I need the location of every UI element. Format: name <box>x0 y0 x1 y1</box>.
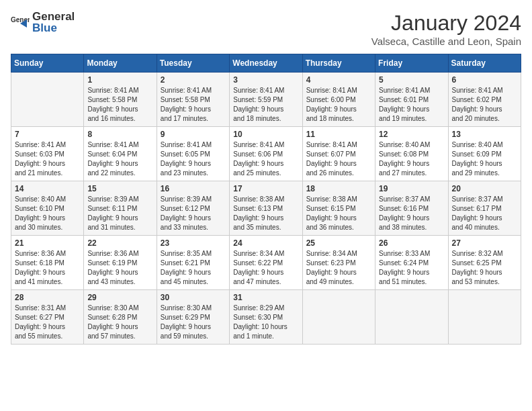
day-number: 9 <box>161 130 226 139</box>
day-number: 23 <box>161 238 226 248</box>
calendar-cell: 2Sunrise: 8:41 AM Sunset: 5:58 PM Daylig… <box>157 73 229 127</box>
week-row-2: 7Sunrise: 8:41 AM Sunset: 6:03 PM Daylig… <box>11 127 521 181</box>
calendar-cell: 21Sunrise: 8:36 AM Sunset: 6:18 PM Dayli… <box>11 236 84 290</box>
month-title: January 2024 <box>371 11 521 36</box>
day-number: 3 <box>233 75 298 85</box>
cell-content: Sunrise: 8:33 AM Sunset: 6:24 PM Dayligh… <box>379 249 444 287</box>
cell-content: Sunrise: 8:30 AM Sunset: 6:29 PM Dayligh… <box>161 304 226 341</box>
week-row-5: 28Sunrise: 8:31 AM Sunset: 6:27 PM Dayli… <box>11 290 521 345</box>
calendar-cell: 11Sunrise: 8:41 AM Sunset: 6:07 PM Dayli… <box>302 127 375 181</box>
day-number: 30 <box>161 293 226 302</box>
calendar-cell: 30Sunrise: 8:30 AM Sunset: 6:29 PM Dayli… <box>157 290 229 345</box>
cell-content: Sunrise: 8:41 AM Sunset: 6:00 PM Dayligh… <box>306 86 371 124</box>
header-row: SundayMondayTuesdayWednesdayThursdayFrid… <box>11 54 521 73</box>
day-number: 1 <box>87 75 152 85</box>
cell-content: Sunrise: 8:40 AM Sunset: 6:09 PM Dayligh… <box>452 140 517 178</box>
calendar-table: SundayMondayTuesdayWednesdayThursdayFrid… <box>11 54 521 345</box>
cell-content: Sunrise: 8:37 AM Sunset: 6:17 PM Dayligh… <box>452 195 517 232</box>
cell-content: Sunrise: 8:41 AM Sunset: 5:58 PM Dayligh… <box>161 86 226 124</box>
calendar-cell: 7Sunrise: 8:41 AM Sunset: 6:03 PM Daylig… <box>11 127 84 181</box>
cell-content: Sunrise: 8:41 AM Sunset: 5:58 PM Dayligh… <box>87 86 152 124</box>
cell-content: Sunrise: 8:41 AM Sunset: 6:03 PM Dayligh… <box>15 140 80 178</box>
calendar-cell: 4Sunrise: 8:41 AM Sunset: 6:00 PM Daylig… <box>302 73 375 127</box>
calendar-cell: 27Sunrise: 8:32 AM Sunset: 6:25 PM Dayli… <box>448 236 521 290</box>
day-number: 15 <box>87 184 152 193</box>
calendar-cell <box>375 290 448 345</box>
day-number: 25 <box>306 238 371 248</box>
cell-content: Sunrise: 8:40 AM Sunset: 6:08 PM Dayligh… <box>379 140 444 178</box>
calendar-cell <box>448 290 521 345</box>
cell-content: Sunrise: 8:29 AM Sunset: 6:30 PM Dayligh… <box>233 304 298 341</box>
day-number: 20 <box>452 184 517 193</box>
location-subtitle: Valseca, Castille and Leon, Spain <box>371 36 521 47</box>
calendar-cell: 22Sunrise: 8:36 AM Sunset: 6:19 PM Dayli… <box>84 236 157 290</box>
cell-content: Sunrise: 8:38 AM Sunset: 6:15 PM Dayligh… <box>306 195 371 232</box>
cell-content: Sunrise: 8:41 AM Sunset: 6:05 PM Dayligh… <box>161 140 226 178</box>
header-cell-saturday: Saturday <box>448 54 521 73</box>
cell-content: Sunrise: 8:36 AM Sunset: 6:19 PM Dayligh… <box>87 249 152 287</box>
day-number: 29 <box>87 293 152 302</box>
day-number: 16 <box>161 184 226 193</box>
calendar-cell: 8Sunrise: 8:41 AM Sunset: 6:04 PM Daylig… <box>84 127 157 181</box>
cell-content: Sunrise: 8:34 AM Sunset: 6:23 PM Dayligh… <box>306 249 371 287</box>
calendar-cell: 12Sunrise: 8:40 AM Sunset: 6:08 PM Dayli… <box>375 127 448 181</box>
week-row-1: 1Sunrise: 8:41 AM Sunset: 5:58 PM Daylig… <box>11 73 521 127</box>
calendar-cell: 31Sunrise: 8:29 AM Sunset: 6:30 PM Dayli… <box>230 290 302 345</box>
cell-content: Sunrise: 8:41 AM Sunset: 6:04 PM Dayligh… <box>87 140 152 178</box>
day-number: 18 <box>306 184 371 193</box>
calendar-cell <box>302 290 375 345</box>
day-number: 8 <box>87 130 152 139</box>
cell-content: Sunrise: 8:31 AM Sunset: 6:27 PM Dayligh… <box>15 304 80 341</box>
cell-content: Sunrise: 8:35 AM Sunset: 6:21 PM Dayligh… <box>161 249 226 287</box>
day-number: 27 <box>452 238 517 248</box>
header-cell-thursday: Thursday <box>302 54 375 73</box>
day-number: 13 <box>452 130 517 139</box>
calendar-cell <box>11 73 84 127</box>
cell-content: Sunrise: 8:32 AM Sunset: 6:25 PM Dayligh… <box>452 249 517 287</box>
day-number: 12 <box>379 130 444 139</box>
calendar-cell: 20Sunrise: 8:37 AM Sunset: 6:17 PM Dayli… <box>448 181 521 236</box>
day-number: 14 <box>15 184 80 193</box>
cell-content: Sunrise: 8:41 AM Sunset: 6:02 PM Dayligh… <box>452 86 517 124</box>
calendar-cell: 13Sunrise: 8:40 AM Sunset: 6:09 PM Dayli… <box>448 127 521 181</box>
cell-content: Sunrise: 8:41 AM Sunset: 6:06 PM Dayligh… <box>233 140 298 178</box>
calendar-cell: 24Sunrise: 8:34 AM Sunset: 6:22 PM Dayli… <box>230 236 302 290</box>
header-cell-sunday: Sunday <box>11 54 84 73</box>
calendar-cell: 9Sunrise: 8:41 AM Sunset: 6:05 PM Daylig… <box>157 127 229 181</box>
day-number: 31 <box>233 293 298 302</box>
calendar-cell: 26Sunrise: 8:33 AM Sunset: 6:24 PM Dayli… <box>375 236 448 290</box>
calendar-cell: 17Sunrise: 8:38 AM Sunset: 6:13 PM Dayli… <box>230 181 302 236</box>
day-number: 4 <box>306 75 371 85</box>
calendar-cell: 25Sunrise: 8:34 AM Sunset: 6:23 PM Dayli… <box>302 236 375 290</box>
logo-general-text: General Blue <box>32 11 75 34</box>
calendar-cell: 5Sunrise: 8:41 AM Sunset: 6:01 PM Daylig… <box>375 73 448 127</box>
day-number: 24 <box>233 238 298 248</box>
logo-icon: General <box>11 13 30 32</box>
header-cell-monday: Monday <box>84 54 157 73</box>
calendar-cell: 19Sunrise: 8:37 AM Sunset: 6:16 PM Dayli… <box>375 181 448 236</box>
cell-content: Sunrise: 8:41 AM Sunset: 6:07 PM Dayligh… <box>306 140 371 178</box>
cell-content: Sunrise: 8:38 AM Sunset: 6:13 PM Dayligh… <box>233 195 298 232</box>
day-number: 10 <box>233 130 298 139</box>
day-number: 6 <box>452 75 517 85</box>
cell-content: Sunrise: 8:40 AM Sunset: 6:10 PM Dayligh… <box>15 195 80 232</box>
day-number: 7 <box>15 130 80 139</box>
day-number: 5 <box>379 75 444 85</box>
calendar-cell: 18Sunrise: 8:38 AM Sunset: 6:15 PM Dayli… <box>302 181 375 236</box>
cell-content: Sunrise: 8:30 AM Sunset: 6:28 PM Dayligh… <box>87 304 152 341</box>
calendar-cell: 29Sunrise: 8:30 AM Sunset: 6:28 PM Dayli… <box>84 290 157 345</box>
day-number: 2 <box>161 75 226 85</box>
calendar-cell: 10Sunrise: 8:41 AM Sunset: 6:06 PM Dayli… <box>230 127 302 181</box>
day-number: 11 <box>306 130 371 139</box>
cell-content: Sunrise: 8:39 AM Sunset: 6:12 PM Dayligh… <box>161 195 226 232</box>
cell-content: Sunrise: 8:41 AM Sunset: 5:59 PM Dayligh… <box>233 86 298 124</box>
day-number: 17 <box>233 184 298 193</box>
header-cell-friday: Friday <box>375 54 448 73</box>
calendar-cell: 1Sunrise: 8:41 AM Sunset: 5:58 PM Daylig… <box>84 73 157 127</box>
day-number: 28 <box>15 293 80 302</box>
cell-content: Sunrise: 8:34 AM Sunset: 6:22 PM Dayligh… <box>233 249 298 287</box>
week-row-4: 21Sunrise: 8:36 AM Sunset: 6:18 PM Dayli… <box>11 236 521 290</box>
day-number: 22 <box>87 238 152 248</box>
week-row-3: 14Sunrise: 8:40 AM Sunset: 6:10 PM Dayli… <box>11 181 521 236</box>
day-number: 19 <box>379 184 444 193</box>
